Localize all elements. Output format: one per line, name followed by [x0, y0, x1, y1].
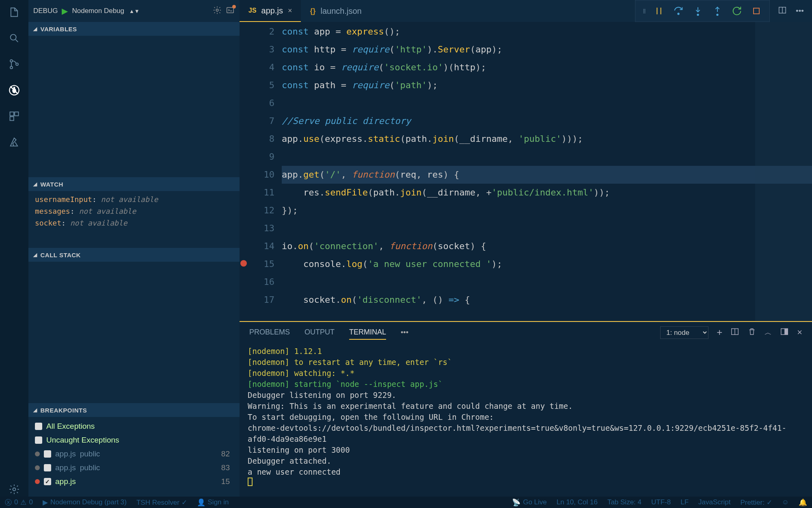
watch-expression[interactable]: usernameInput: not available — [35, 193, 233, 205]
panel-more-icon[interactable]: ••• — [401, 328, 408, 337]
svg-point-6 — [13, 87, 15, 89]
uncaught-exceptions-row[interactable]: Uncaught Exceptions — [35, 433, 233, 447]
svg-point-1 — [10, 60, 13, 62]
status-feedback-icon[interactable]: ☺ — [782, 498, 789, 506]
checkbox-icon[interactable] — [44, 450, 51, 458]
activity-bar — [0, 0, 28, 497]
status-prettier[interactable]: Prettier: ✓ — [740, 498, 772, 507]
terminal-select[interactable]: 1: node — [660, 326, 708, 339]
drag-grip-icon[interactable]: ⁞⁞ — [643, 7, 645, 15]
new-terminal-icon[interactable]: + — [717, 327, 722, 338]
status-errors[interactable]: ⓧ 0 ⚠ 0 — [5, 498, 33, 507]
svg-point-5 — [12, 88, 16, 93]
stop-icon[interactable] — [751, 5, 762, 17]
minimap[interactable] — [755, 22, 812, 321]
svg-rect-9 — [10, 117, 14, 120]
breakpoints-body: All Exceptions Uncaught Exceptions app.j… — [28, 417, 240, 497]
variables-section-header[interactable]: ◢VARIABLES — [28, 22, 240, 36]
svg-point-14 — [697, 14, 699, 16]
start-debug-icon[interactable]: ▶ — [62, 6, 68, 16]
explorer-icon[interactable] — [7, 5, 22, 20]
tab-app-js[interactable]: JS app.js × — [240, 0, 301, 22]
azure-icon[interactable] — [7, 135, 22, 150]
svg-point-13 — [678, 13, 679, 15]
status-eol[interactable]: LF — [680, 498, 689, 506]
checkbox-icon[interactable] — [44, 478, 51, 485]
extensions-icon[interactable] — [7, 109, 22, 124]
line-gutter: 234567891011121314151617 — [249, 22, 282, 321]
panel-tab-bar: PROBLEMS OUTPUT TERMINAL ••• 1: node + ︿… — [240, 322, 812, 343]
status-encoding[interactable]: UTF-8 — [651, 498, 671, 506]
all-exceptions-row[interactable]: All Exceptions — [35, 419, 233, 433]
split-terminal-icon[interactable] — [730, 327, 739, 338]
status-bar: ⓧ 0 ⚠ 0 ▶ Nodemon Debug (part 3) TSH Res… — [0, 497, 812, 508]
terminal-tab[interactable]: TERMINAL — [349, 328, 386, 340]
svg-point-0 — [11, 35, 16, 40]
main-area: JS app.js × {} launch.json ⁞⁞ ••• — [240, 0, 812, 497]
svg-rect-7 — [10, 112, 14, 116]
watch-expression[interactable]: socket: not available — [35, 217, 233, 229]
editor[interactable]: 234567891011121314151617 const app = exp… — [240, 22, 812, 321]
breakpoint-dot-icon — [35, 465, 40, 470]
step-into-icon[interactable] — [692, 5, 704, 17]
close-icon[interactable]: × — [288, 7, 292, 15]
svg-rect-8 — [15, 112, 18, 116]
status-signin[interactable]: 👤 Sign in — [197, 498, 229, 507]
editor-actions: ••• — [770, 0, 812, 22]
svg-point-2 — [10, 66, 13, 69]
status-resolver[interactable]: TSH Resolver ✓ — [136, 498, 187, 507]
status-golive[interactable]: 📡 Go Live — [512, 498, 547, 507]
more-icon[interactable]: ••• — [796, 7, 804, 15]
tab-launch-json[interactable]: {} launch.json — [301, 0, 370, 22]
debug-icon[interactable] — [7, 83, 22, 98]
debug-sidebar: DEBUG ▶ Nodemon Debug ▲▼ ◢VARIABLES ◢WAT… — [28, 0, 240, 497]
breakpoint-row[interactable]: app.js public83 — [35, 461, 233, 475]
output-tab[interactable]: OUTPUT — [304, 328, 335, 337]
settings-gear-icon[interactable] — [7, 482, 22, 497]
status-tabsize[interactable]: Tab Size: 4 — [607, 498, 641, 506]
svg-point-15 — [717, 14, 718, 16]
svg-rect-16 — [754, 8, 759, 14]
source-control-icon[interactable] — [7, 57, 22, 72]
search-icon[interactable] — [7, 31, 22, 46]
code-area[interactable]: const app = express();const http = requi… — [282, 22, 812, 321]
problems-tab[interactable]: PROBLEMS — [249, 328, 290, 337]
status-language[interactable]: JavaScript — [698, 498, 730, 506]
terminal-output[interactable]: [nodemon] 1.12.1[nodemon] to restart at … — [240, 343, 812, 497]
breakpoints-section-header[interactable]: ◢BREAKPOINTS — [28, 403, 240, 417]
watch-expression[interactable]: messages: not available — [35, 205, 233, 217]
debug-toolbar: DEBUG ▶ Nodemon Debug ▲▼ — [28, 0, 240, 22]
step-out-icon[interactable] — [712, 5, 723, 17]
watch-section-header[interactable]: ◢WATCH — [28, 177, 240, 191]
breakpoint-dot-icon[interactable] — [240, 260, 247, 267]
debug-config-select[interactable]: Nodemon Debug ▲▼ — [72, 7, 209, 15]
move-panel-icon[interactable] — [780, 327, 789, 338]
callstack-body — [28, 262, 240, 403]
debug-console-icon[interactable] — [226, 6, 235, 17]
debug-label: DEBUG — [33, 7, 58, 15]
checkbox-icon — [35, 423, 42, 430]
svg-point-10 — [13, 488, 16, 491]
maximize-panel-icon[interactable]: ︿ — [764, 328, 772, 337]
editor-tab-bar: JS app.js × {} launch.json ⁞⁞ ••• — [240, 0, 812, 22]
breakpoint-gutter[interactable] — [240, 22, 249, 321]
close-panel-icon[interactable]: × — [797, 327, 802, 338]
debug-settings-icon[interactable] — [213, 6, 222, 17]
split-editor-icon[interactable] — [778, 6, 787, 17]
status-debug[interactable]: ▶ Nodemon Debug (part 3) — [43, 498, 127, 507]
callstack-section-header[interactable]: ◢CALL STACK — [28, 248, 240, 262]
kill-terminal-icon[interactable] — [747, 327, 756, 338]
variables-body — [28, 36, 240, 177]
breakpoint-dot-icon — [35, 479, 40, 484]
breakpoint-row[interactable]: app.js15 — [35, 475, 233, 488]
checkbox-icon[interactable] — [44, 464, 51, 471]
debug-action-bar: ⁞⁞ — [635, 0, 770, 22]
step-over-icon[interactable] — [673, 5, 684, 17]
restart-icon[interactable] — [731, 5, 743, 17]
status-bell-icon[interactable]: 🔔 — [799, 498, 807, 507]
json-file-icon: {} — [310, 7, 315, 15]
pause-icon[interactable] — [653, 5, 665, 17]
status-cursor[interactable]: Ln 10, Col 16 — [557, 498, 598, 506]
breakpoint-row[interactable]: app.js public82 — [35, 447, 233, 461]
watch-body: usernameInput: not availablemessages: no… — [28, 191, 240, 248]
